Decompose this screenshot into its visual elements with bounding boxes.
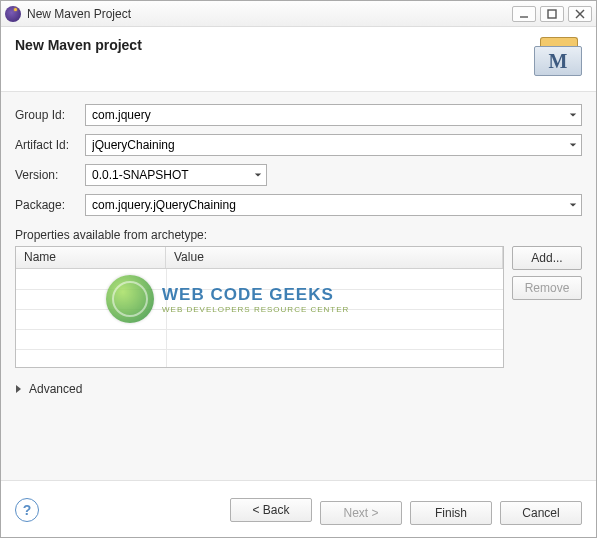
group-id-row: Group Id: xyxy=(15,104,582,126)
eclipse-icon xyxy=(5,6,21,22)
minimize-button[interactable] xyxy=(512,6,536,22)
cancel-button[interactable]: Cancel xyxy=(500,501,582,525)
chevron-down-icon[interactable] xyxy=(563,105,581,125)
window-controls xyxy=(512,6,592,22)
advanced-toggle[interactable]: Advanced xyxy=(15,382,82,396)
advanced-label: Advanced xyxy=(29,382,82,396)
finish-button[interactable]: Finish xyxy=(410,501,492,525)
svg-rect-1 xyxy=(548,10,556,18)
dialog-header: New Maven project M xyxy=(1,27,596,91)
chevron-down-icon[interactable] xyxy=(563,195,581,215)
dialog-footer: ? < Back Next > Finish Cancel xyxy=(1,481,596,537)
back-button[interactable]: < Back xyxy=(230,498,312,522)
package-label: Package: xyxy=(15,198,85,212)
group-id-input[interactable] xyxy=(86,108,563,122)
add-button[interactable]: Add... xyxy=(512,246,582,270)
group-id-combo[interactable] xyxy=(85,104,582,126)
properties-row: Name Value WEB CODE GEEKS WEB DEVELOPERS… xyxy=(15,246,582,368)
properties-label: Properties available from archetype: xyxy=(15,228,582,242)
artifact-id-row: Artifact Id: xyxy=(15,134,582,156)
help-button[interactable]: ? xyxy=(15,498,39,522)
version-combo[interactable] xyxy=(85,164,267,186)
group-id-label: Group Id: xyxy=(15,108,85,122)
chevron-right-icon xyxy=(15,384,23,394)
dialog-window: New Maven Project New Maven project M Gr… xyxy=(0,0,597,538)
version-label: Version: xyxy=(15,168,85,182)
close-button[interactable] xyxy=(568,6,592,22)
col-value[interactable]: Value xyxy=(166,247,503,268)
package-row: Package: xyxy=(15,194,582,216)
chevron-down-icon[interactable] xyxy=(563,135,581,155)
globe-icon xyxy=(106,275,154,323)
table-header: Name Value xyxy=(16,247,503,269)
col-name[interactable]: Name xyxy=(16,247,166,268)
artifact-id-combo[interactable] xyxy=(85,134,582,156)
package-input[interactable] xyxy=(86,198,563,212)
table-body[interactable]: WEB CODE GEEKS WEB DEVELOPERS RESOURCE C… xyxy=(16,269,503,367)
next-button: Next > xyxy=(320,501,402,525)
artifact-id-input[interactable] xyxy=(86,138,563,152)
properties-buttons: Add... Remove xyxy=(512,246,582,300)
version-input[interactable] xyxy=(86,168,248,182)
maximize-button[interactable] xyxy=(540,6,564,22)
page-title: New Maven project xyxy=(15,37,526,53)
properties-table[interactable]: Name Value WEB CODE GEEKS WEB DEVELOPERS… xyxy=(15,246,504,368)
remove-button: Remove xyxy=(512,276,582,300)
form-area: Group Id: Artifact Id: Version: Package: xyxy=(1,91,596,481)
title-bar: New Maven Project xyxy=(1,1,596,27)
package-combo[interactable] xyxy=(85,194,582,216)
window-title: New Maven Project xyxy=(27,7,512,21)
watermark: WEB CODE GEEKS WEB DEVELOPERS RESOURCE C… xyxy=(106,275,349,323)
version-row: Version: xyxy=(15,164,582,186)
chevron-down-icon[interactable] xyxy=(248,165,266,185)
maven-icon: M xyxy=(534,37,582,77)
artifact-id-label: Artifact Id: xyxy=(15,138,85,152)
